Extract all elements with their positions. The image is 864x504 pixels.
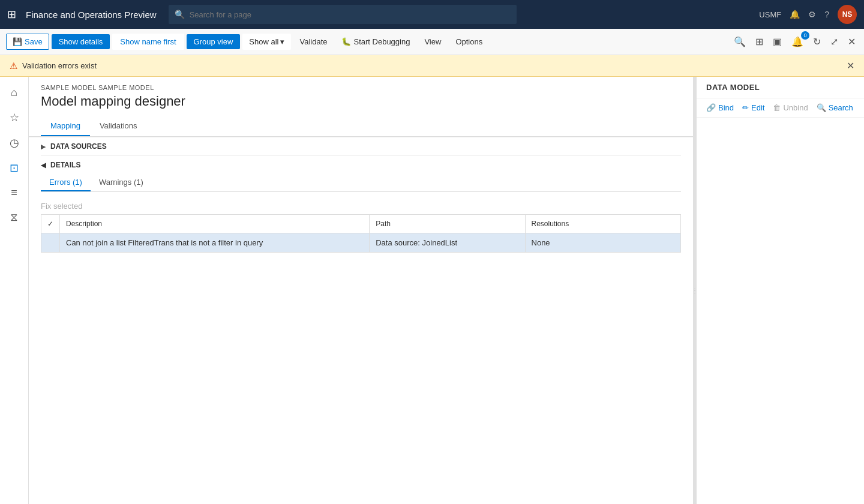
toolbar-right: 🔍 ⊞ ▣ 🔔 0 ↻ ⤢ ✕ (731, 34, 858, 50)
data-sources-label: DATA SOURCES (50, 142, 107, 151)
right-panel-title: DATA MODEL (697, 77, 864, 98)
left-sidebar: ⌂ ☆ ◷ ⊡ ≡ ⧖ (0, 77, 29, 504)
alert-message: Validation errors exist (22, 61, 97, 70)
details-label: DETAILS (50, 161, 80, 169)
main-panel: SAMPLE MODEL SAMPLE MODEL Model mapping … (29, 77, 694, 504)
errors-table: ✓ Description Path Resolutions Can not j… (41, 214, 681, 253)
debug-icon: 🐛 (341, 37, 351, 46)
show-name-first-button[interactable]: Show name first (112, 34, 184, 50)
toolbar-popout-icon[interactable]: ⤢ (828, 34, 841, 50)
settings-icon[interactable]: ⚙ (808, 10, 816, 19)
details-header[interactable]: ◀ DETAILS (41, 155, 681, 174)
toolbar-panel-icon[interactable]: ▣ (770, 34, 784, 50)
options-button[interactable]: Options (449, 34, 488, 49)
global-search-bar: 🔍 (169, 5, 517, 24)
group-view-button[interactable]: Group view (187, 34, 241, 49)
show-details-button[interactable]: Show details (52, 34, 110, 49)
table-row[interactable]: Can not join a list FilteredTrans that i… (41, 233, 681, 253)
mapping-tabs: Mapping Validations (29, 116, 693, 137)
chevron-down-icon: ▾ (280, 37, 284, 46)
content-area: SAMPLE MODEL SAMPLE MODEL Model mapping … (29, 77, 864, 504)
tab-mapping[interactable]: Mapping (41, 116, 90, 136)
data-sources-row[interactable]: ▶ DATA SOURCES (29, 137, 693, 155)
toolbar-grid-icon[interactable]: ⊞ (753, 34, 766, 50)
sidebar-icon-recent[interactable]: ◷ (6, 133, 23, 153)
main-layout: ⌂ ☆ ◷ ⊡ ≡ ⧖ SAMPLE MODEL SAMPLE MODEL Mo… (0, 77, 864, 504)
edit-icon: ✏ (742, 103, 749, 112)
alert-close-icon[interactable]: ✕ (847, 60, 854, 71)
toolbar-refresh-icon[interactable]: ↻ (811, 34, 823, 50)
search-icon-right: 🔍 (817, 103, 826, 112)
fix-selected-label: Fix selected (41, 198, 681, 214)
toolbar-close-icon[interactable]: ✕ (845, 34, 858, 50)
search-button[interactable]: 🔍 Search (817, 103, 853, 112)
notification-badge-container: 🔔 0 (789, 34, 806, 50)
toolbar: 💾 Save Show details Show name first Grou… (0, 29, 864, 55)
col-header-check: ✓ (41, 215, 60, 233)
col-header-resolutions: Resolutions (525, 215, 680, 233)
page-title: Model mapping designer (41, 94, 681, 109)
row-check[interactable] (41, 233, 60, 253)
sidebar-icon-filter[interactable]: ⧖ (7, 208, 22, 227)
sidebar-icon-home[interactable]: ⌂ (7, 83, 21, 103)
bind-button[interactable]: 🔗 Bind (706, 103, 734, 112)
col-header-path: Path (370, 215, 525, 233)
start-debugging-button[interactable]: 🐛 Start Debugging (335, 34, 416, 49)
view-button[interactable]: View (418, 34, 447, 49)
detail-tab-errors[interactable]: Errors (1) (41, 174, 91, 191)
top-nav-right: USMF 🔔 ⚙ ? NS (759, 5, 857, 24)
notification-count: 0 (801, 31, 809, 40)
save-button[interactable]: 💾 Save (6, 34, 49, 50)
unbind-icon: 🗑 (773, 103, 781, 112)
unbind-button: 🗑 Unbind (773, 103, 808, 112)
validate-button[interactable]: Validate (293, 34, 333, 49)
main-panel-header: SAMPLE MODEL SAMPLE MODEL Model mapping … (29, 77, 693, 109)
details-section: ◀ DETAILS Errors (1) Warnings (1) Fix se… (29, 155, 693, 253)
row-resolutions: None (525, 233, 680, 253)
edit-button[interactable]: ✏ Edit (742, 103, 764, 112)
detail-tabs: Errors (1) Warnings (1) (41, 174, 681, 192)
show-all-button[interactable]: Show all ▾ (242, 34, 291, 50)
breadcrumb: SAMPLE MODEL SAMPLE MODEL (41, 84, 681, 91)
global-search-input[interactable] (190, 10, 511, 19)
app-grid-icon[interactable]: ⊞ (7, 8, 16, 21)
app-title: Finance and Operations Preview (26, 10, 157, 20)
top-navigation: ⊞ Finance and Operations Preview 🔍 USMF … (0, 0, 864, 29)
right-panel: DATA MODEL 🔗 Bind ✏ Edit 🗑 Unbind 🔍 Sear… (696, 77, 864, 504)
row-path: Data source: JoinedList (370, 233, 525, 253)
row-description: Can not join a list FilteredTrans that i… (60, 233, 370, 253)
sidebar-icon-favorites[interactable]: ☆ (6, 107, 23, 128)
user-company-label: USMF (759, 10, 781, 19)
right-panel-toolbar: 🔗 Bind ✏ Edit 🗑 Unbind 🔍 Search (697, 98, 864, 118)
bind-icon: 🔗 (706, 103, 716, 112)
save-icon: 💾 (13, 37, 22, 46)
col-header-description: Description (60, 215, 370, 233)
help-icon[interactable]: ? (824, 10, 829, 19)
alert-banner: ⚠ Validation errors exist ✕ (0, 55, 864, 77)
search-icon: 🔍 (175, 10, 185, 19)
warning-icon: ⚠ (10, 61, 17, 71)
notification-icon[interactable]: 🔔 (790, 10, 800, 19)
expand-right-icon: ▶ (41, 143, 46, 151)
tab-validations[interactable]: Validations (90, 116, 147, 136)
user-avatar[interactable]: NS (838, 5, 857, 24)
sidebar-icon-modules[interactable]: ≡ (7, 183, 21, 203)
collapse-icon: ◀ (41, 161, 46, 169)
sidebar-icon-workspaces[interactable]: ⊡ (6, 158, 22, 178)
detail-tab-warnings[interactable]: Warnings (1) (91, 174, 152, 191)
toolbar-search-icon[interactable]: 🔍 (731, 34, 748, 50)
